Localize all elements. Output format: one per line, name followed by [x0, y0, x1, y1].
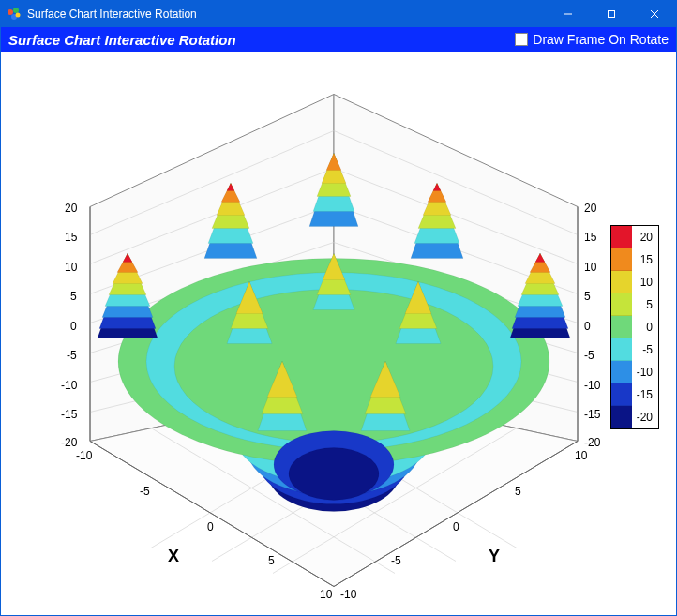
color-legend: 20 15 10 5 0 -5 -10 -15 -20 [610, 225, 659, 429]
svg-point-3 [16, 13, 21, 18]
x-tick: 5 [268, 554, 275, 567]
z-tick-r: -20 [584, 436, 600, 449]
y-axis-label: Y [489, 547, 500, 566]
z-tick: 10 [65, 261, 77, 274]
svg-rect-5 [609, 11, 615, 18]
y-tick: 10 [575, 449, 587, 462]
x-tick: -5 [140, 485, 150, 498]
legend-row: 20 [611, 226, 658, 248]
window-controls [547, 1, 676, 27]
x-axis-label: X [168, 547, 179, 566]
chart-3d-surface[interactable]: 20 15 10 5 0 -5 -10 -15 -20 20 15 10 5 0… [1, 52, 676, 615]
maximize-button[interactable] [590, 1, 633, 27]
app-window: Surface Chart Interactive Rotation Surfa… [0, 0, 677, 616]
z-tick: -20 [61, 436, 77, 449]
draw-frame-checkbox-wrap[interactable]: Draw Frame On Rotate [515, 32, 669, 47]
legend-row: 10 [611, 271, 658, 293]
legend-row: -10 [611, 361, 658, 383]
z-tick-r: 20 [584, 202, 596, 215]
y-tick: -5 [391, 554, 401, 567]
legend-row: 15 [611, 248, 658, 271]
svg-point-1 [13, 8, 19, 13]
app-icon [7, 7, 22, 22]
legend-row: 0 [611, 316, 658, 338]
surface-plot-svg [1, 52, 676, 615]
z-tick-r: 15 [584, 231, 596, 244]
y-tick: 5 [515, 485, 521, 498]
z-tick-r: 10 [584, 261, 596, 274]
close-button[interactable] [633, 1, 676, 27]
z-tick: 15 [65, 231, 77, 244]
z-tick-r: 5 [584, 290, 591, 303]
window-title: Surface Chart Interactive Rotation [27, 8, 547, 21]
x-tick: 10 [320, 588, 332, 601]
svg-point-87 [289, 448, 379, 501]
z-tick: 5 [70, 290, 77, 303]
toolbar-title: Surface Chart Interactive Rotation [8, 32, 515, 48]
z-tick: -10 [61, 379, 77, 392]
legend-row: -20 [611, 406, 658, 428]
legend-row: -5 [611, 338, 658, 361]
legend-row: -15 [611, 383, 658, 406]
draw-frame-checkbox[interactable] [515, 33, 528, 46]
y-tick: -10 [340, 588, 356, 601]
minimize-button[interactable] [547, 1, 590, 27]
z-tick: -15 [61, 408, 77, 421]
x-tick: -10 [76, 449, 92, 462]
z-tick-r: -15 [584, 408, 600, 421]
z-tick: 0 [70, 320, 77, 333]
draw-frame-label: Draw Frame On Rotate [533, 32, 669, 47]
svg-point-0 [8, 9, 13, 15]
y-tick: 0 [453, 520, 459, 533]
z-tick-r: 0 [584, 320, 591, 333]
x-tick: 0 [207, 520, 214, 533]
svg-point-37 [174, 290, 493, 443]
legend-row: 5 [611, 293, 658, 316]
toolbar: Surface Chart Interactive Rotation Draw … [1, 27, 676, 52]
titlebar[interactable]: Surface Chart Interactive Rotation [1, 1, 676, 27]
z-tick-r: -10 [584, 379, 600, 392]
z-tick: -5 [67, 349, 77, 362]
z-tick-r: -5 [584, 349, 594, 362]
z-tick: 20 [65, 202, 77, 215]
